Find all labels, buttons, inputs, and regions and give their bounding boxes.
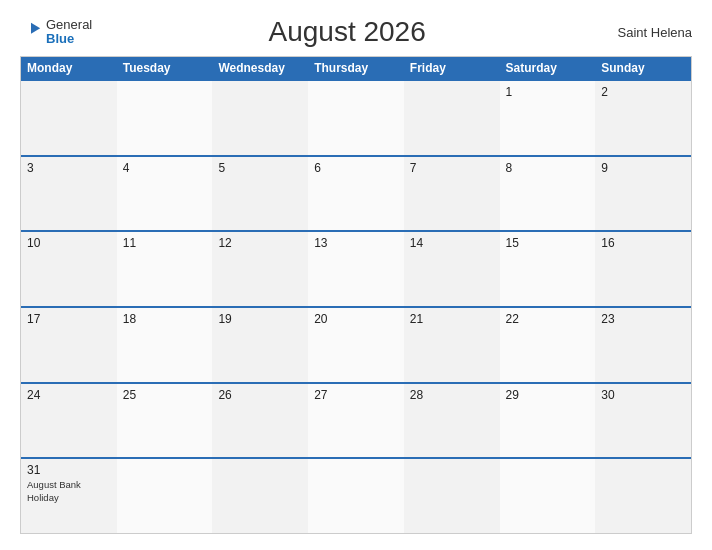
header-monday: Monday [21,57,117,79]
day-number: 30 [601,388,685,402]
calendar-cell [308,459,404,533]
day-number: 16 [601,236,685,250]
region-label: Saint Helena [602,25,692,40]
calendar: Monday Tuesday Wednesday Thursday Friday… [20,56,692,534]
header-tuesday: Tuesday [117,57,213,79]
logo-blue: Blue [46,32,92,46]
day-number: 28 [410,388,494,402]
day-number: 15 [506,236,590,250]
calendar-cell: 27 [308,384,404,458]
day-number: 26 [218,388,302,402]
day-number: 14 [410,236,494,250]
day-number: 29 [506,388,590,402]
calendar-cell: 10 [21,232,117,306]
day-number: 3 [27,161,111,175]
calendar-row-4: 24252627282930 [21,382,691,458]
day-number: 23 [601,312,685,326]
calendar-cell: 2 [595,81,691,155]
calendar-cell [500,459,596,533]
month-title: August 2026 [92,16,602,48]
day-number: 21 [410,312,494,326]
calendar-cell: 18 [117,308,213,382]
calendar-cell: 7 [404,157,500,231]
day-number: 20 [314,312,398,326]
day-number: 22 [506,312,590,326]
day-number: 6 [314,161,398,175]
calendar-cell: 3 [21,157,117,231]
day-number: 25 [123,388,207,402]
calendar-cell: 4 [117,157,213,231]
calendar-cell [21,81,117,155]
calendar-row-0: 12 [21,79,691,155]
calendar-cell [212,81,308,155]
logo: General Blue [20,18,92,47]
calendar-cell: 13 [308,232,404,306]
day-number: 5 [218,161,302,175]
calendar-cell: 21 [404,308,500,382]
calendar-row-5: 31August Bank Holiday [21,457,691,533]
calendar-cell [595,459,691,533]
calendar-body: 1234567891011121314151617181920212223242… [21,79,691,533]
calendar-cell: 9 [595,157,691,231]
calendar-cell [212,459,308,533]
logo-general: General [46,18,92,32]
calendar-cell: 11 [117,232,213,306]
day-number: 10 [27,236,111,250]
calendar-row-1: 3456789 [21,155,691,231]
header-friday: Friday [404,57,500,79]
calendar-cell [117,81,213,155]
day-number: 18 [123,312,207,326]
svg-marker-0 [31,23,40,34]
day-number: 9 [601,161,685,175]
calendar-cell: 20 [308,308,404,382]
calendar-cell [308,81,404,155]
day-number: 19 [218,312,302,326]
calendar-cell: 5 [212,157,308,231]
calendar-cell [117,459,213,533]
calendar-row-3: 17181920212223 [21,306,691,382]
page: General Blue August 2026 Saint Helena Mo… [0,0,712,550]
header: General Blue August 2026 Saint Helena [20,16,692,48]
calendar-cell: 16 [595,232,691,306]
day-number: 24 [27,388,111,402]
calendar-cell: 23 [595,308,691,382]
calendar-cell: 17 [21,308,117,382]
header-saturday: Saturday [500,57,596,79]
day-number: 1 [506,85,590,99]
calendar-cell: 19 [212,308,308,382]
calendar-cell: 12 [212,232,308,306]
logo-flag-icon [20,21,42,43]
calendar-row-2: 10111213141516 [21,230,691,306]
day-number: 11 [123,236,207,250]
calendar-cell [404,81,500,155]
day-number: 13 [314,236,398,250]
calendar-cell: 22 [500,308,596,382]
calendar-cell: 24 [21,384,117,458]
calendar-cell [404,459,500,533]
calendar-cell: 6 [308,157,404,231]
calendar-cell: 26 [212,384,308,458]
calendar-cell: 25 [117,384,213,458]
calendar-header: Monday Tuesday Wednesday Thursday Friday… [21,57,691,79]
event-label: August Bank Holiday [27,479,111,504]
calendar-cell: 15 [500,232,596,306]
day-number: 8 [506,161,590,175]
calendar-cell: 30 [595,384,691,458]
logo-text: General Blue [46,18,92,47]
day-number: 31 [27,463,111,477]
calendar-cell: 1 [500,81,596,155]
day-number: 27 [314,388,398,402]
header-thursday: Thursday [308,57,404,79]
header-wednesday: Wednesday [212,57,308,79]
calendar-cell: 31August Bank Holiday [21,459,117,533]
calendar-cell: 28 [404,384,500,458]
day-number: 7 [410,161,494,175]
header-sunday: Sunday [595,57,691,79]
day-number: 2 [601,85,685,99]
calendar-cell: 8 [500,157,596,231]
day-number: 12 [218,236,302,250]
calendar-cell: 29 [500,384,596,458]
calendar-cell: 14 [404,232,500,306]
day-number: 17 [27,312,111,326]
day-number: 4 [123,161,207,175]
